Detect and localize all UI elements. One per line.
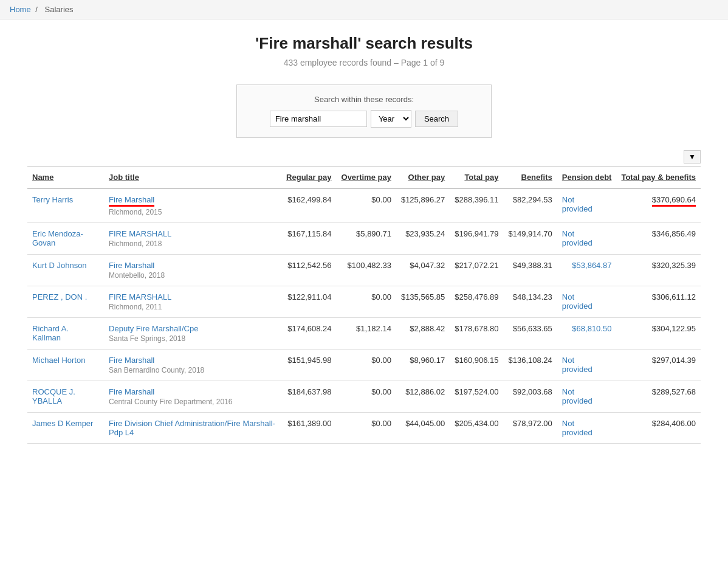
cell-overtime-pay: $5,890.71: [337, 223, 396, 255]
cell-job-title: Fire Division Chief Administration/Fire …: [104, 413, 281, 444]
name-link[interactable]: Richard A. Kallman: [32, 324, 69, 342]
cell-other-pay: $8,960.17: [396, 350, 450, 381]
col-other-pay: Other pay: [396, 167, 450, 189]
table-row: ROCQUE J. YBALLAFire MarshallCentral Cou…: [27, 381, 701, 413]
cell-other-pay: $2,888.42: [396, 318, 450, 350]
search-button[interactable]: Search: [415, 111, 458, 127]
table-row: Eric Mendoza-GovanFIRE MARSHALLRichmond,…: [27, 223, 701, 255]
job-title-link[interactable]: Deputy Fire Marshall/Cpe: [109, 324, 276, 333]
job-title-link[interactable]: Fire Marshall: [109, 356, 276, 365]
cell-name: PEREZ , DON .: [27, 286, 104, 318]
cell-job-title: Fire MarshallRichmond, 2015: [104, 188, 281, 223]
job-title-link[interactable]: Fire Marshall: [109, 261, 276, 270]
cell-pension-debt: Notprovided: [557, 381, 617, 413]
pension-not-provided: Notprovided: [562, 229, 592, 247]
cell-job-title: Fire MarshallCentral County Fire Departm…: [104, 381, 281, 413]
job-location: Central County Fire Department, 2016: [109, 398, 276, 406]
search-input[interactable]: [270, 111, 367, 127]
col-total-pay: Total pay: [450, 167, 503, 189]
cell-pension-debt: Notprovided: [557, 413, 617, 444]
name-link[interactable]: Eric Mendoza-Govan: [32, 229, 83, 247]
cell-job-title: Fire MarshallSan Bernardino County, 2018: [104, 350, 281, 381]
cell-name: Kurt D Johnson: [27, 255, 104, 286]
name-link[interactable]: PEREZ , DON .: [32, 292, 87, 302]
job-location: Richmond, 2015: [109, 208, 276, 216]
job-title-link[interactable]: Fire Marshall: [109, 387, 276, 396]
breadcrumb-current: Salaries: [45, 5, 74, 14]
job-title-link[interactable]: FIRE MARSHALL: [109, 229, 276, 238]
table-row: Richard A. KallmanDeputy Fire Marshall/C…: [27, 318, 701, 350]
cell-total-pay-benefits: $306,611.12: [616, 286, 701, 318]
name-link[interactable]: Terry Harris: [32, 195, 73, 204]
cell-benefits: $48,134.23: [504, 286, 557, 318]
col-job-title: Job title: [104, 167, 281, 189]
cell-total-pay-benefits: $370,690.64: [616, 188, 701, 223]
breadcrumb-home-link[interactable]: Home: [10, 5, 31, 14]
cell-total-pay: $258,476.89: [450, 286, 503, 318]
col-overtime-pay: Overtime pay: [337, 167, 396, 189]
cell-overtime-pay: $0.00: [337, 350, 396, 381]
page-subtitle: 433 employee records found – Page 1 of 9: [10, 58, 718, 67]
cell-regular-pay: $151,945.98: [281, 350, 336, 381]
breadcrumb: Home / Salaries: [0, 0, 728, 19]
cell-total-pay-benefits: $297,014.39: [616, 350, 701, 381]
cell-regular-pay: $167,115.84: [281, 223, 336, 255]
cell-name: ROCQUE J. YBALLA: [27, 381, 104, 413]
table-row: Kurt D JohnsonFire MarshallMontebello, 2…: [27, 255, 701, 286]
cell-pension-debt: Notprovided: [557, 223, 617, 255]
cell-overtime-pay: $0.00: [337, 413, 396, 444]
pension-not-provided: Notprovided: [562, 195, 592, 213]
cell-pension-debt: Notprovided: [557, 286, 617, 318]
job-location: Richmond, 2018: [109, 239, 276, 248]
col-benefits: Benefits: [504, 167, 557, 189]
job-title-link[interactable]: Fire Marshall: [109, 195, 276, 207]
cell-regular-pay: $174,608.24: [281, 318, 336, 350]
col-regular-pay: Regular pay: [281, 167, 336, 189]
cell-job-title: Fire MarshallMontebello, 2018: [104, 255, 281, 286]
cell-other-pay: $4,047.32: [396, 255, 450, 286]
col-total-pay-benefits: Total pay & benefits: [616, 167, 701, 189]
name-link[interactable]: Kurt D Johnson: [32, 261, 87, 270]
cell-total-pay: $178,678.80: [450, 318, 503, 350]
name-link[interactable]: James D Kemper: [32, 419, 93, 428]
cell-job-title: FIRE MARSHALLRichmond, 2018: [104, 223, 281, 255]
cell-benefits: $49,388.31: [504, 255, 557, 286]
col-name: Name: [27, 167, 104, 189]
table-row: Michael HortonFire MarshallSan Bernardin…: [27, 350, 701, 381]
cell-overtime-pay: $0.00: [337, 286, 396, 318]
cell-regular-pay: $162,499.84: [281, 188, 336, 223]
pension-not-provided: Notprovided: [562, 387, 592, 405]
table-row: PEREZ , DON .FIRE MARSHALLRichmond, 2011…: [27, 286, 701, 318]
name-link[interactable]: Michael Horton: [32, 356, 85, 365]
search-box: Search within these records: Year 2019 2…: [236, 84, 492, 138]
cell-overtime-pay: $1,182.14: [337, 318, 396, 350]
table-options-button[interactable]: ▼: [684, 150, 701, 164]
cell-regular-pay: $112,542.56: [281, 255, 336, 286]
year-select[interactable]: Year 2019 2018 2017 2016 2015 2014 2013 …: [371, 110, 411, 128]
pension-not-provided: Notprovided: [562, 356, 592, 374]
cell-benefits: $136,108.24: [504, 350, 557, 381]
page-header: 'Fire marshall' search results 433 emplo…: [0, 19, 728, 77]
table-row: James D KemperFire Division Chief Admini…: [27, 413, 701, 444]
cell-benefits: $92,003.68: [504, 381, 557, 413]
search-controls: Year 2019 2018 2017 2016 2015 2014 2013 …: [270, 110, 458, 128]
cell-overtime-pay: $0.00: [337, 188, 396, 223]
cell-total-pay: $196,941.79: [450, 223, 503, 255]
cell-name: Eric Mendoza-Govan: [27, 223, 104, 255]
table-row: Terry HarrisFire MarshallRichmond, 2015$…: [27, 188, 701, 223]
name-link[interactable]: ROCQUE J. YBALLA: [32, 387, 75, 405]
cell-pension-debt: Notprovided: [557, 188, 617, 223]
cell-benefits: $149,914.70: [504, 223, 557, 255]
salaries-table: Name Job title Regular pay Overtime pay …: [27, 166, 701, 444]
cell-regular-pay: $184,637.98: [281, 381, 336, 413]
cell-total-pay: $160,906.15: [450, 350, 503, 381]
page-title: 'Fire marshall' search results: [10, 34, 718, 53]
breadcrumb-separator: /: [35, 5, 39, 14]
cell-pension-debt: $68,810.50: [557, 318, 617, 350]
cell-total-pay: $288,396.11: [450, 188, 503, 223]
job-title-link[interactable]: FIRE MARSHALL: [109, 292, 276, 302]
table-header-row: Name Job title Regular pay Overtime pay …: [27, 167, 701, 189]
cell-overtime-pay: $0.00: [337, 381, 396, 413]
job-location: Montebello, 2018: [109, 271, 276, 280]
job-title-link[interactable]: Fire Division Chief Administration/Fire …: [109, 419, 276, 437]
